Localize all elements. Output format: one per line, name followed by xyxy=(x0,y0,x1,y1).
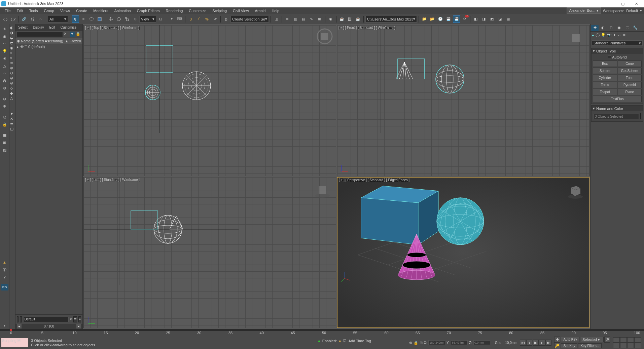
layer-name-input[interactable] xyxy=(23,317,69,322)
nav-pan-button[interactable] xyxy=(613,337,620,343)
named-selection-dropdown[interactable]: Create Selection Se▾ xyxy=(230,16,269,23)
snap-toggle-button[interactable]: 3 xyxy=(187,15,194,23)
objbtn-plane[interactable]: Plane xyxy=(618,89,642,95)
viewport-perspective[interactable]: [ + ] [ Perspective ] [ Standard ] [ Edg… xyxy=(337,177,589,328)
window-crossing-button[interactable] xyxy=(96,15,103,23)
create-spacewarps-icon[interactable]: 〰 xyxy=(617,33,621,37)
undo-button[interactable] xyxy=(1,15,9,23)
enabled-chk-icon[interactable]: ☑ xyxy=(343,339,347,343)
absolute-mode-icon[interactable]: ⊞ xyxy=(420,341,423,345)
setkey-button[interactable]: Set Key xyxy=(561,343,577,348)
menu-modifiers[interactable]: Modifiers xyxy=(91,8,111,13)
display-bone-icon[interactable]: ⚙ xyxy=(1,85,8,91)
rollout-name-color[interactable]: ▾Name and Color xyxy=(592,106,643,111)
layer-filter-3-icon[interactable]: ◒ xyxy=(10,36,15,40)
objbtn-tube[interactable]: Tube xyxy=(618,75,642,81)
nav-fov-button[interactable] xyxy=(634,337,641,343)
schematic-view-button[interactable]: ⊞ xyxy=(316,15,323,23)
menu-edit[interactable]: Edit xyxy=(14,8,26,13)
warning-icon[interactable]: ▲ xyxy=(1,259,8,266)
create-systems-icon[interactable]: ✲ xyxy=(622,33,625,37)
coord-x-input[interactable] xyxy=(428,340,445,345)
tb-extra-5[interactable]: ▦ xyxy=(504,15,512,23)
key-mode-icon[interactable]: 🔑 xyxy=(554,343,560,349)
layer-filter-layers-icon[interactable]: ≣ xyxy=(10,122,15,126)
autosave-button[interactable]: 💾 xyxy=(453,15,460,23)
objbtn-geosphere[interactable]: GeoSphere xyxy=(618,68,642,74)
rollout-object-type[interactable]: ▾Object Type xyxy=(592,48,643,54)
edit-named-selection-button[interactable]: {} xyxy=(222,15,230,23)
object-name-input[interactable] xyxy=(594,114,639,119)
display-particles-icon[interactable]: ⁂ xyxy=(1,77,8,84)
display-all-icon[interactable]: ☀ xyxy=(1,26,8,32)
save-button[interactable]: 💾 xyxy=(445,15,452,23)
align-button[interactable]: ≣ xyxy=(284,15,291,23)
objbtn-textplus[interactable]: TextPlus xyxy=(593,96,642,102)
nav-zoom-region-button[interactable] xyxy=(620,343,627,348)
workspace-dropdown-icon[interactable]: ▾ xyxy=(640,8,642,13)
menu-help[interactable]: Help xyxy=(269,8,282,13)
layer-isolate-icon[interactable]: ≣ xyxy=(73,316,77,322)
objbtn-sphere[interactable]: Sphere xyxy=(593,68,617,74)
padlock-icon[interactable]: 🔒 xyxy=(414,341,418,345)
edges-icon[interactable]: ▨ xyxy=(1,147,8,153)
menu-grapheditors[interactable]: Graph Editors xyxy=(134,8,163,13)
objbtn-teapot[interactable]: Teapot xyxy=(593,89,617,95)
viewport-persp-label[interactable]: [ + ] [ Perspective ] [ Standard ] [ Edg… xyxy=(339,178,409,182)
enabled-dot-icon[interactable]: ● xyxy=(339,339,341,343)
toggle-layer-explorer-button[interactable]: ▥ xyxy=(292,15,299,23)
nav-zoom-button[interactable] xyxy=(620,337,627,343)
viewport-left[interactable]: [ + ] [ Left ] [ Standard ] [ Wireframe … xyxy=(83,177,336,328)
selection-filter[interactable]: All▾ xyxy=(48,16,68,23)
curve-editor-button[interactable]: ∿ xyxy=(308,15,315,23)
reference-coord-dropdown[interactable]: View▾ xyxy=(139,16,156,23)
minimize-button[interactable]: ─ xyxy=(603,0,616,7)
add-time-tag[interactable]: Add Time Tag xyxy=(349,339,371,343)
mirror-button[interactable]: ◫ xyxy=(273,15,280,23)
workspace-value[interactable]: Default xyxy=(626,9,638,13)
viewport-left-label[interactable]: [ + ] [ Left ] [ Standard ] [ Wireframe … xyxy=(85,178,140,182)
rectangular-selection-button[interactable] xyxy=(88,15,95,23)
menu-customize[interactable]: Customize xyxy=(186,8,209,13)
info-icon[interactable]: ⓘ xyxy=(1,266,8,273)
cmd-tab-utilities-icon[interactable]: 🔧 xyxy=(632,25,639,31)
layer-filter-2-icon[interactable]: ◑ xyxy=(10,31,15,35)
percent-snap-button[interactable]: % xyxy=(203,15,211,23)
open-project-button[interactable]: 📁 xyxy=(421,15,428,23)
layer-filter-11-icon[interactable]: ⊗ xyxy=(10,76,15,81)
viewport-top[interactable]: [ + ] [ Top ] [ Standard ] [ Wireframe ] xyxy=(83,25,336,176)
objbtn-torus[interactable]: Torus xyxy=(593,82,617,88)
keymode-selected-dropdown[interactable]: Selected ▾ xyxy=(580,337,604,342)
manipulate-button[interactable]: ✦ xyxy=(168,15,175,23)
objbtn-pyramid[interactable]: Pyramid xyxy=(618,82,642,88)
scene-tab-select[interactable]: Select xyxy=(15,25,30,30)
placement-button[interactable]: ⊕ xyxy=(131,15,139,23)
layer-filter-6-icon[interactable]: ○ xyxy=(10,51,15,55)
unlink-button[interactable]: ⛓ xyxy=(29,15,36,23)
layer-filter-1-icon[interactable]: ◐ xyxy=(10,26,15,30)
autoback-button[interactable]: 🕐 xyxy=(437,15,444,23)
set-key-plus-button[interactable]: ✚ xyxy=(554,337,560,343)
layer-filter-14-icon[interactable]: ◆ xyxy=(10,91,15,96)
cmd-tab-motion-icon[interactable]: ◉ xyxy=(615,25,623,31)
layer-filter-clear-icon[interactable]: ✕ xyxy=(10,117,15,121)
menu-scripting[interactable]: Scripting xyxy=(210,8,229,13)
timeline-next-icon[interactable]: ▸ xyxy=(76,324,81,328)
menu-file[interactable]: File xyxy=(2,8,13,13)
layer-filter-4-icon[interactable]: ◓ xyxy=(10,41,15,45)
create-shapes-icon[interactable]: ◯ xyxy=(596,33,600,37)
scene-tab-customize[interactable]: Customize xyxy=(58,25,79,30)
menu-group[interactable]: Group xyxy=(41,8,57,13)
close-button[interactable]: ✕ xyxy=(630,0,643,7)
cmd-tab-modify-icon[interactable]: ◐ xyxy=(599,25,607,31)
goto-start-button[interactable]: ⏮ xyxy=(520,340,526,346)
scale-button[interactable] xyxy=(123,15,131,23)
scene-filter-icon[interactable]: ▼ xyxy=(70,32,75,37)
cmd-tab-create-icon[interactable]: ✚ xyxy=(591,25,599,31)
bind-spacewarp-button[interactable]: 〰 xyxy=(37,15,44,23)
tb-extra-3[interactable]: ◩ xyxy=(488,15,496,23)
scene-search-input[interactable] xyxy=(17,32,63,37)
expand-icon[interactable]: ▸ xyxy=(1,322,8,329)
menu-create[interactable]: Create xyxy=(73,8,90,13)
display-cameras-icon[interactable]: ☀ xyxy=(1,55,8,62)
